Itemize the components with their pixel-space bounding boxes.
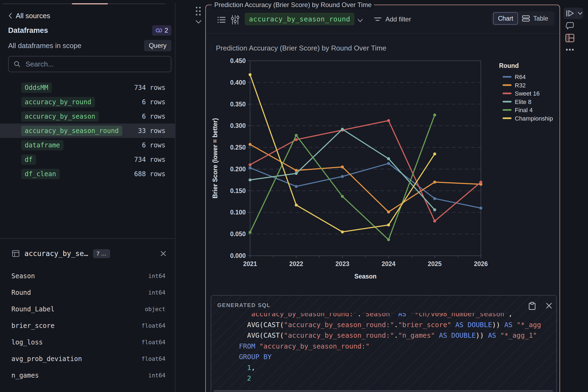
collapse-cell-button[interactable] — [195, 19, 202, 24]
dataframe-list: OddsMM734 rowsaccuracy_by_round6 rowsacc… — [0, 80, 175, 181]
dataframe-item[interactable]: accuracy_by_round6 rows — [0, 95, 175, 109]
run-options-chevron-icon — [577, 11, 583, 15]
legend-label[interactable]: Final 4 — [515, 107, 533, 113]
data-point[interactable] — [433, 113, 436, 116]
schema-column-count-badge[interactable]: 7 … — [93, 249, 110, 258]
dataframe-name-pill[interactable]: dataframe — [21, 140, 63, 150]
legend-label[interactable]: Championship — [515, 115, 553, 122]
dataframe-name-pill[interactable]: accuracy_by_round — [21, 97, 95, 107]
data-point[interactable] — [387, 238, 390, 241]
data-point[interactable] — [387, 157, 390, 160]
source-dataframe-dropdown[interactable]: accuracy_by_season_round — [245, 13, 354, 25]
linked-cells-badge[interactable]: 2 — [152, 25, 171, 36]
source-dropdown-chevron[interactable] — [357, 18, 364, 23]
data-point[interactable] — [387, 119, 390, 122]
close-sql-button[interactable] — [545, 302, 553, 310]
x-tick-label: 2022 — [289, 260, 303, 267]
legend-label[interactable]: R32 — [515, 82, 526, 89]
data-point[interactable] — [249, 231, 252, 234]
search-box[interactable] — [8, 56, 171, 72]
schema-column-row[interactable]: brier_scorefloat64 — [0, 317, 175, 334]
data-point[interactable] — [433, 153, 436, 156]
schema-title: accuracy_by_se… — [24, 249, 88, 258]
legend-label[interactable]: Sweet 16 — [515, 90, 540, 97]
data-point[interactable] — [341, 128, 344, 131]
view-toggle-chart[interactable]: Chart — [493, 12, 518, 25]
source-dataframe-name: accuracy_by_season_round — [249, 15, 350, 23]
data-point[interactable] — [433, 208, 436, 211]
run-cell-button-group[interactable] — [564, 8, 583, 19]
chart-settings-button[interactable] — [231, 15, 239, 25]
sql-horizontal-scrollbar[interactable] — [213, 390, 553, 392]
sliders-icon — [231, 15, 239, 25]
schema-column-type: int64 — [148, 289, 165, 296]
schema-column-row[interactable]: Round_Labelobject — [0, 301, 175, 317]
query-button[interactable]: Query — [144, 40, 171, 51]
dataframe-row-count: 6 rows — [142, 98, 165, 106]
legend-label[interactable]: R64 — [515, 74, 526, 80]
cell-drag-handle[interactable] — [194, 6, 202, 17]
dataframe-item[interactable]: accuracy_by_season_round33 rows — [0, 124, 175, 138]
data-point[interactable] — [433, 197, 436, 200]
data-point[interactable] — [295, 204, 298, 207]
schema-column-row[interactable]: log_lossfloat64 — [0, 334, 175, 350]
search-input[interactable] — [25, 60, 162, 69]
copy-sql-button[interactable] — [528, 302, 536, 310]
add-filter-button[interactable]: Add filter — [374, 14, 411, 24]
data-point[interactable] — [249, 163, 252, 166]
clipboard-icon — [528, 302, 536, 310]
data-point[interactable] — [249, 143, 252, 146]
more-options-button[interactable] — [565, 48, 574, 52]
data-point[interactable] — [295, 172, 298, 175]
legend-label[interactable]: Elite 8 — [515, 99, 531, 105]
sql-code-viewport[interactable]: accuracy_by_season_round:"."Season" AS "… — [211, 313, 556, 391]
data-point[interactable] — [387, 210, 390, 213]
chevron-left-icon — [8, 12, 12, 19]
series-line-Championship — [250, 75, 435, 232]
back-to-all-sources[interactable]: All sources — [8, 11, 50, 20]
data-point[interactable] — [295, 169, 298, 172]
dataframe-item[interactable]: dataframe6 rows — [0, 138, 175, 152]
schema-column-row[interactable]: Seasonint64 — [0, 268, 175, 284]
sidebar: All sources Dataframes 2 All dataframes … — [0, 0, 175, 392]
schema-column-type: int64 — [148, 273, 165, 279]
legend-swatch — [503, 118, 512, 119]
data-point[interactable] — [387, 162, 390, 165]
comment-button[interactable] — [565, 21, 574, 30]
schema-close-button[interactable] — [160, 250, 167, 257]
list-view-button[interactable] — [217, 16, 226, 24]
data-point[interactable] — [480, 207, 482, 210]
schema-column-row[interactable]: avg_prob_deviationfloat64 — [0, 350, 175, 367]
data-point[interactable] — [387, 223, 390, 226]
chart-cell: Prediction Accuracy (Brier Score) by Rou… — [205, 5, 560, 392]
schema-column-row[interactable]: n_gamesint64 — [0, 367, 175, 384]
data-point[interactable] — [433, 181, 436, 184]
x-tick-label: 2023 — [335, 260, 349, 267]
data-point[interactable] — [249, 178, 252, 181]
data-point[interactable] — [249, 73, 252, 76]
dataframe-item[interactable]: accuracy_by_season6 rows — [0, 109, 175, 124]
dataframe-name-pill[interactable]: OddsMM — [21, 83, 52, 93]
dataframe-name-pill[interactable]: df — [21, 154, 36, 165]
dataframe-item[interactable]: df_clean688 rows — [0, 167, 175, 181]
dataframe-item[interactable]: OddsMM734 rows — [0, 80, 175, 95]
schema-column-row[interactable]: Roundint64 — [0, 284, 175, 301]
dataframe-name-pill[interactable]: accuracy_by_season — [21, 111, 99, 122]
data-point[interactable] — [341, 230, 344, 233]
line-chart[interactable]: Prediction Accuracy (Brier Score) by Rou… — [206, 27, 560, 295]
dataframe-name-pill[interactable]: accuracy_by_season_round — [21, 126, 122, 136]
data-point[interactable] — [341, 165, 344, 168]
table-toggle-label: Table — [533, 15, 548, 22]
data-point[interactable] — [249, 166, 252, 169]
data-point[interactable] — [480, 181, 482, 184]
data-point[interactable] — [295, 134, 298, 137]
data-point[interactable] — [341, 195, 344, 198]
data-point[interactable] — [295, 185, 298, 188]
dataframe-name-pill[interactable]: df_clean — [21, 169, 60, 179]
view-toggle-table[interactable]: Table — [522, 15, 548, 22]
close-icon — [545, 302, 553, 310]
data-point[interactable] — [433, 220, 436, 223]
data-point[interactable] — [341, 175, 344, 178]
dataframe-item[interactable]: df734 rows — [0, 152, 175, 167]
layout-columns-button[interactable] — [565, 34, 574, 42]
